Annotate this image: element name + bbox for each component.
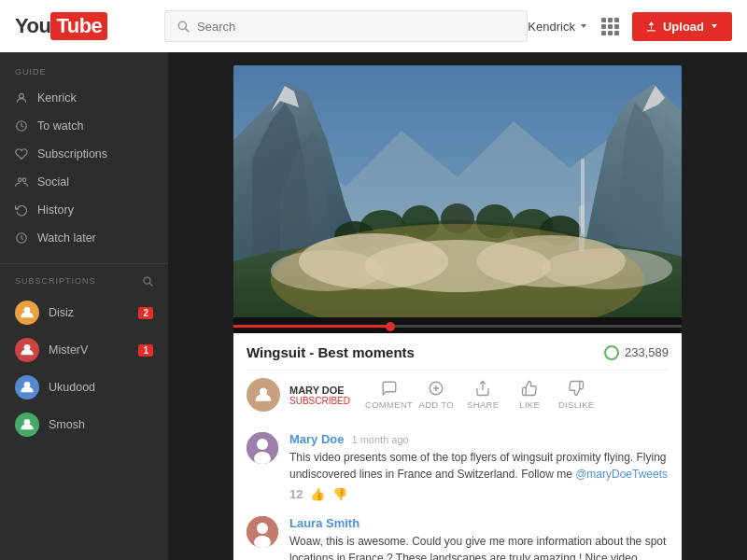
chevron-down-icon <box>579 21 588 31</box>
watchlater-icon <box>15 231 28 245</box>
sidebar-item-history[interactable]: History <box>0 196 168 224</box>
sidebar-sub-smosh[interactable]: Smosh <box>0 406 168 443</box>
user-dropdown[interactable]: Kendrick <box>528 20 588 34</box>
sidebar-sub-ukudood[interactable]: Ukudood <box>0 369 168 406</box>
sidebar-towatch-label: To watch <box>37 119 83 133</box>
upload-chevron-icon <box>710 21 719 31</box>
svg-line-1 <box>186 29 189 32</box>
guide-section-label: GUIDE <box>0 67 168 84</box>
svg-rect-3 <box>647 30 655 31</box>
search-subs-icon[interactable] <box>142 275 153 287</box>
action-share[interactable]: SHARE <box>459 380 506 410</box>
comment-mention-mary[interactable]: @maryDoeTweets <box>575 468 668 481</box>
comment-body-mary: Mary Doe 1 month ago This video presents… <box>289 432 669 501</box>
video-progress-bar[interactable] <box>233 325 682 328</box>
action-dislike[interactable]: DISLIKE <box>553 380 599 410</box>
likes-count-mary: 12 <box>289 487 303 501</box>
upload-icon <box>645 21 657 33</box>
video-title-row: Wingsuit - Best moments 233,589 <box>247 344 669 360</box>
sidebar-item-to-watch[interactable]: To watch <box>0 112 168 140</box>
action-like[interactable]: LIKE <box>506 380 553 410</box>
like-label: LIKE <box>519 399 540 410</box>
add-to-icon <box>428 380 444 397</box>
svg-point-7 <box>19 178 22 182</box>
laura-smith-avatar <box>247 516 278 548</box>
upload-button[interactable]: Upload <box>632 12 732 41</box>
search-input[interactable] <box>197 20 515 34</box>
share-label: SHARE <box>467 399 499 410</box>
channel-subscribed-label: SUBSCRIBED <box>289 396 350 406</box>
header-right: Kendrick Upload <box>528 12 732 41</box>
view-count: 233,589 <box>604 345 669 360</box>
mary-doe-avatar <box>247 432 278 464</box>
apps-grid-button[interactable] <box>601 18 619 35</box>
subscriptions-section-header: SUBSCRIPTIONS <box>0 275 168 294</box>
disiz-badge: 2 <box>138 307 153 319</box>
sidebar-item-social[interactable]: Social <box>0 168 168 196</box>
video-thumbnail[interactable] <box>233 65 682 317</box>
sidebar-sub-misterv[interactable]: MisterV 1 <box>0 331 168 369</box>
dislike-icon <box>568 380 585 397</box>
comment-likes-mary: 12 👍 👎 <box>289 487 669 501</box>
header: YouTube Kendrick Upload <box>0 0 747 52</box>
video-controls <box>233 317 682 333</box>
svg-line-11 <box>149 283 152 286</box>
share-icon <box>474 380 491 397</box>
sidebar-item-kenrick[interactable]: Kenrick <box>0 84 168 112</box>
smosh-name: Smosh <box>49 418 85 431</box>
misterv-badge: 1 <box>138 344 153 357</box>
video-actions-bar: MARY DOE SUBSCRIBED COMMENT ADD TO SHARE <box>247 370 669 419</box>
view-count-number: 233,589 <box>625 345 669 359</box>
sidebar-sub-disiz[interactable]: Disiz 2 <box>0 294 168 331</box>
comment-header-mary: Mary Doe 1 month ago <box>289 432 669 446</box>
sidebar-history-label: History <box>37 203 74 217</box>
comments-section: Mary Doe 1 month ago This video presents… <box>233 419 682 560</box>
view-circle-icon <box>604 345 619 360</box>
video-container <box>233 65 682 333</box>
clock-icon <box>15 119 28 133</box>
like-thumb-icon[interactable]: 👍 <box>310 487 325 501</box>
action-add-to[interactable]: ADD TO <box>413 380 459 410</box>
sidebar: GUIDE Kenrick To watch Subscriptions Soc… <box>0 52 168 560</box>
comment-label: COMMENT <box>365 399 413 410</box>
comment-author-laura: Laura Smith <box>289 516 359 530</box>
logo-you: You <box>15 14 50 38</box>
dislike-thumb-icon[interactable]: 👎 <box>332 487 347 501</box>
misterv-name: MisterV <box>49 343 88 357</box>
dislike-label: DISLIKE <box>558 399 595 410</box>
heart-icon <box>15 147 28 161</box>
svg-rect-41 <box>233 65 682 317</box>
channel-avatar <box>247 378 280 412</box>
svg-point-51 <box>257 523 268 534</box>
main-layout: GUIDE Kenrick To watch Subscriptions Soc… <box>0 52 747 560</box>
comment-text-mary: This video presents some of the top flye… <box>289 449 669 483</box>
sidebar-subscriptions-label: Subscriptions <box>37 147 107 161</box>
channel-name: MARY DOE <box>289 385 350 396</box>
search-icon <box>176 20 190 33</box>
person-icon <box>15 91 28 105</box>
search-area[interactable] <box>164 10 528 42</box>
channel-info: MARY DOE SUBSCRIBED <box>247 378 350 412</box>
people-icon <box>15 175 28 189</box>
comment-text-laura: Woaw, this is awesome. Could you give me… <box>289 533 669 560</box>
action-comment[interactable]: COMMENT <box>365 380 413 410</box>
sidebar-item-subscriptions[interactable]: Subscriptions <box>0 140 168 168</box>
subscriptions-label: SUBSCRIPTIONS <box>15 276 96 286</box>
comment-body-laura: Laura Smith Woaw, this is awesome. Could… <box>289 516 669 560</box>
svg-point-5 <box>20 93 24 98</box>
ukudood-name: Ukudood <box>49 381 95 394</box>
svg-point-48 <box>257 439 268 450</box>
ukudood-avatar <box>15 375 39 399</box>
user-name-label: Kendrick <box>528 20 575 34</box>
svg-point-8 <box>22 178 26 182</box>
disiz-avatar <box>15 301 39 325</box>
sidebar-watchlater-label: Watch later <box>37 231 96 245</box>
content-area: Wingsuit - Best moments 233,589 MARY DOE… <box>168 52 747 560</box>
progress-fill <box>233 325 390 328</box>
misterv-avatar <box>15 338 39 362</box>
comment-row: Mary Doe 1 month ago This video presents… <box>247 432 669 501</box>
comment-header-laura: Laura Smith <box>289 516 669 530</box>
sidebar-item-watch-later[interactable]: Watch later <box>0 224 168 252</box>
sidebar-divider <box>0 263 168 264</box>
video-title: Wingsuit - Best moments <box>247 344 415 360</box>
